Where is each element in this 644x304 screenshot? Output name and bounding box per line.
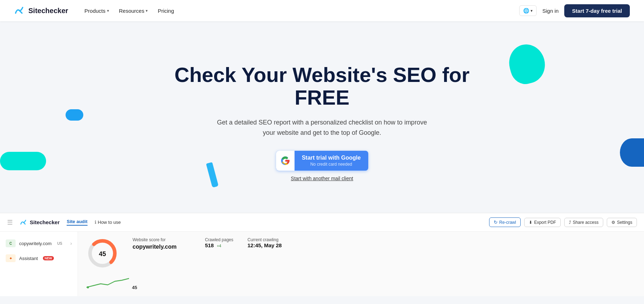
sidebar-assistant-item[interactable]: ✦ Assistant NEW — [0, 251, 78, 266]
signin-link[interactable]: Sign in — [542, 8, 559, 14]
share-icon: ⤴ — [569, 220, 571, 225]
google-btn-main-text: Start trial with Google — [302, 155, 361, 161]
donut-number: 45 — [99, 250, 106, 258]
crawled-pages-value: 518 — [205, 242, 214, 248]
site-favicon: C — [6, 239, 16, 247]
language-selector[interactable]: 🌐 ▾ — [519, 5, 537, 16]
current-crawling-value: 12:45, May 28 — [247, 242, 282, 248]
trend-value: 45 — [132, 285, 137, 290]
sidebar-site-name: copywritely.com — [19, 241, 52, 246]
google-logo-container — [276, 151, 295, 171]
preview-app: ☰ Sitechecker Site audit ℹ How to use ↻ … — [0, 213, 644, 296]
sitechecker-logo-icon — [14, 6, 26, 15]
score-row: 45 Website score for copywritely.com Cra… — [86, 237, 635, 271]
nav-resources[interactable]: Resources ▾ — [116, 6, 152, 16]
logo-text: Sitechecker — [28, 7, 68, 15]
crawled-pages-value-row: 518 +4 — [205, 242, 233, 249]
crawled-pages-label: Crawled pages — [205, 237, 233, 242]
google-btn-text: Start trial with Google No credit card n… — [295, 155, 368, 167]
navbar-right: 🌐 ▾ Sign in Start 7-day free trial — [519, 4, 630, 17]
mini-site-audit-tab[interactable]: Site audit — [67, 219, 88, 226]
score-domain: copywritely.com — [133, 244, 177, 250]
mini-topbar-right: ↻ Re-crawl ⬇ Export PDF ⤴ Share access ⚙… — [489, 217, 637, 227]
trend-chart: 45 — [86, 275, 635, 291]
resources-chevron-icon: ▾ — [146, 9, 148, 13]
stat-crawled-pages: Crawled pages 518 +4 — [205, 237, 233, 249]
hero-section: Check Your Website's SEO for FREE Get a … — [0, 21, 644, 213]
blob-teal-top-right — [505, 40, 549, 87]
globe-icon: 🌐 — [523, 8, 529, 13]
globe-chevron-icon: ▾ — [531, 9, 533, 13]
svg-point-2 — [87, 286, 89, 288]
nav-pricing[interactable]: Pricing — [154, 6, 178, 16]
sidebar-chevron-icon: › — [70, 241, 72, 246]
current-crawling-label: Current crawling — [247, 237, 282, 242]
hamburger-icon[interactable]: ☰ — [7, 219, 13, 226]
mini-content: C copywritely.com US › ✦ Assistant NEW — [0, 232, 644, 296]
export-pdf-button[interactable]: ⬇ Export PDF — [524, 218, 561, 227]
mini-main-content: 45 Website score for copywritely.com Cra… — [78, 232, 644, 296]
score-info: Website score for copywritely.com — [133, 237, 177, 250]
assistant-favicon: ✦ — [6, 254, 16, 262]
site-region-badge: US — [57, 242, 62, 245]
mini-topbar: ☰ Sitechecker Site audit ℹ How to use ↻ … — [0, 213, 644, 232]
crawled-pages-delta: +4 — [217, 244, 222, 248]
mini-how-to-use-tab[interactable]: ℹ How to use — [95, 220, 121, 225]
recrawl-button[interactable]: ↻ Re-crawl — [489, 217, 521, 227]
blob-blue-left — [66, 109, 83, 121]
settings-button[interactable]: ⚙ Settings — [607, 218, 637, 227]
mini-logo-text: Sitechecker — [30, 219, 60, 225]
hero-subtitle: Get a detailed SEO report with a persona… — [212, 117, 432, 138]
export-icon: ⬇ — [529, 220, 532, 225]
cta-group: Start trial with Google No credit card n… — [276, 151, 368, 181]
trend-svg — [86, 275, 129, 289]
mini-logo: Sitechecker — [20, 219, 60, 226]
mini-sitechecker-logo-icon — [20, 219, 28, 226]
main-nav: Products ▾ Resources ▾ Pricing — [81, 6, 178, 16]
start-trial-button[interactable]: Start 7-day free trial — [564, 4, 630, 17]
assistant-label: Assistant — [19, 256, 38, 261]
google-signin-button[interactable]: Start trial with Google No credit card n… — [276, 151, 368, 171]
assistant-new-badge: NEW — [43, 256, 54, 260]
google-icon — [281, 156, 290, 165]
mini-topbar-left: ☰ Sitechecker Site audit ℹ How to use — [7, 219, 121, 226]
sidebar-site-item[interactable]: C copywritely.com US › — [0, 236, 78, 251]
recrawl-icon: ↻ — [494, 220, 498, 225]
blob-blue-right — [620, 138, 644, 167]
google-btn-sub-text: No credit card needed — [302, 162, 361, 167]
blob-pencil — [206, 162, 219, 188]
settings-icon: ⚙ — [611, 220, 615, 225]
nav-products[interactable]: Products ▾ — [81, 6, 112, 16]
products-chevron-icon: ▾ — [107, 9, 109, 13]
score-label: Website score for — [133, 237, 177, 242]
logo[interactable]: Sitechecker — [14, 6, 68, 15]
alt-mail-link[interactable]: Start with another mail client — [291, 176, 353, 181]
blob-teal-bottom-left — [0, 152, 46, 170]
stat-current-crawling: Current crawling 12:45, May 28 — [247, 237, 282, 248]
hero-title: Check Your Website's SEO for FREE — [163, 63, 482, 109]
navbar: Sitechecker Products ▾ Resources ▾ Prici… — [0, 0, 644, 21]
score-donut: 45 — [86, 237, 118, 271]
navbar-left: Sitechecker Products ▾ Resources ▾ Prici… — [14, 6, 178, 16]
mini-sidebar: C copywritely.com US › ✦ Assistant NEW — [0, 232, 78, 296]
share-access-button[interactable]: ⤴ Share access — [564, 218, 603, 227]
